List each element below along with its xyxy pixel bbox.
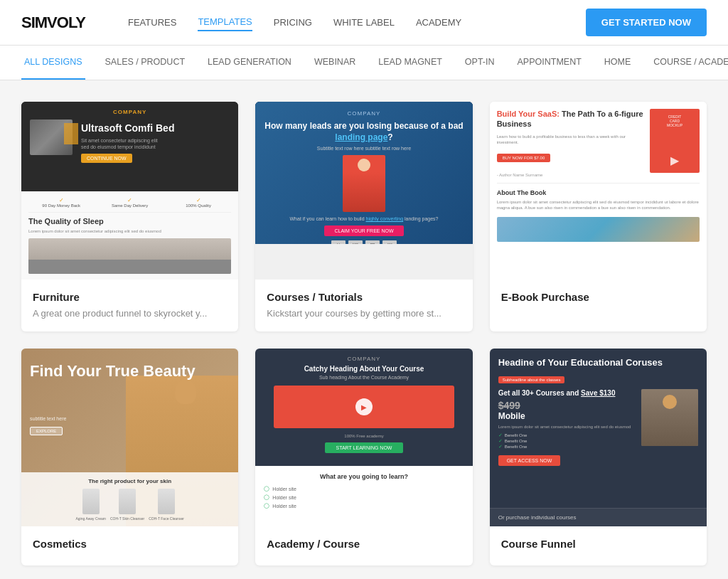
academy-learn-items: Holder site Holder site Holder site bbox=[264, 484, 464, 510]
courses-headline: How many leads are you losing because of… bbox=[264, 121, 464, 143]
cosmetics-product-img-1 bbox=[82, 489, 100, 514]
payment-icon-4: AM bbox=[382, 240, 397, 244]
furniture-feature-2: Same Day Delivery bbox=[97, 197, 162, 208]
courses-payment-icons: V MC PP AM bbox=[264, 240, 464, 244]
card-preview-furniture: COMPANY Ultrasoft Comfi Bed Sit amet con… bbox=[21, 102, 238, 280]
cosmetics-cta-button[interactable]: EXPLORE bbox=[30, 427, 63, 435]
card-courses[interactable]: COMPANY How many leads are you losing be… bbox=[255, 102, 472, 331]
cosmetics-preview-content: Find Your True Beauty subtitle text here… bbox=[21, 349, 238, 526]
card-furniture[interactable]: COMPANY Ultrasoft Comfi Bed Sit amet con… bbox=[21, 102, 238, 331]
furniture-features: 90 Day Money Back Same Day Delivery 100%… bbox=[28, 197, 231, 213]
funnel-new-price: Mobile bbox=[498, 411, 636, 421]
courses-top-section: COMPANY How many leads are you losing be… bbox=[255, 102, 472, 244]
academy-learn-item-1: Holder site bbox=[264, 484, 464, 493]
nav-pricing[interactable]: PRICING bbox=[274, 14, 312, 31]
furniture-product-title: Ultrasoft Comfi Bed bbox=[81, 122, 230, 134]
tab-appointment[interactable]: APPOINTMENT bbox=[515, 46, 584, 80]
card-ebook[interactable]: Build Your SaaS: The Path To a 6-figure … bbox=[490, 102, 707, 331]
payment-icon-1: V bbox=[331, 240, 346, 244]
card-info-cosmetics: Cosmetics bbox=[21, 526, 238, 565]
card-preview-courses: COMPANY How many leads are you losing be… bbox=[255, 102, 472, 280]
ebook-photo-section bbox=[497, 217, 700, 242]
funnel-bottom-section: Or purchase individual courses bbox=[490, 508, 707, 526]
academy-company-label: COMPANY bbox=[264, 356, 464, 362]
nav-templates[interactable]: TEMPLATES bbox=[198, 14, 252, 31]
cosmetics-product-img-3 bbox=[158, 489, 175, 514]
cosmetics-skin-title: The right product for your skin bbox=[28, 478, 231, 484]
card-academy[interactable]: COMPANY Catchy Heading About Your Course… bbox=[255, 349, 472, 565]
card-info-furniture: Furniture A great one product funnel to … bbox=[21, 280, 238, 331]
academy-cta-button[interactable]: START LEARNING NOW bbox=[325, 442, 404, 453]
main-nav: FEATURES TEMPLATES PRICING WHITE LABEL A… bbox=[128, 14, 586, 31]
furniture-company-label: COMPANY bbox=[30, 109, 230, 115]
funnel-preview-content: Headine of Your Educational Coruses Subh… bbox=[490, 349, 707, 526]
card-title-funnel: Course Funnel bbox=[501, 538, 695, 550]
card-desc-furniture: A great one product funnel to skyrocket … bbox=[33, 307, 227, 320]
ebook-divider bbox=[497, 183, 700, 184]
funnel-cta-button[interactable]: GET ACCESS NOW bbox=[498, 455, 561, 466]
furniture-section-title: The Quality of Sleep bbox=[28, 217, 231, 225]
furniture-sleep-desc: Lorem ipsum dolor sit amet consectetur a… bbox=[28, 228, 231, 234]
courses-company-label: COMPANY bbox=[264, 110, 464, 117]
tab-opt-in[interactable]: OPT-IN bbox=[462, 46, 498, 80]
furniture-feature-3: 100% Quality bbox=[166, 197, 231, 208]
funnel-save-text: Get all 30+ Courses and Save $130 bbox=[498, 389, 636, 397]
cosmetics-bottom-section: The right product for your skin Aging Aw… bbox=[21, 472, 238, 526]
funnel-text-area: Get all 30+ Courses and Save $130 $499 M… bbox=[498, 389, 636, 466]
cosmetics-title: Find Your True Beauty bbox=[30, 363, 196, 380]
furniture-bed-image bbox=[28, 238, 231, 274]
card-info-ebook: E-Book Purchase bbox=[490, 280, 707, 319]
courses-bottom-section bbox=[255, 244, 472, 280]
card-preview-cosmetics: Find Your True Beauty subtitle text here… bbox=[21, 349, 238, 526]
funnel-person-image bbox=[641, 389, 698, 446]
academy-free-label: 100% Free academy bbox=[264, 434, 464, 438]
cosmetics-products: Aging Away Cream COH-T Skin Cleanser COH… bbox=[28, 489, 231, 521]
academy-preview-content: COMPANY Catchy Heading About Your Course… bbox=[255, 349, 472, 526]
tab-webinar[interactable]: WEBINAR bbox=[311, 46, 358, 80]
card-funnel[interactable]: Headine of Your Educational Coruses Subh… bbox=[490, 349, 707, 565]
academy-headline: Catchy Heading About Your Course bbox=[264, 365, 464, 373]
academy-video-player[interactable]: ▶ bbox=[274, 386, 454, 428]
cosmetics-product-2: COH-T Skin Cleanser bbox=[110, 489, 144, 521]
tab-lead-magnet[interactable]: LEAD MAGNET bbox=[375, 46, 445, 80]
tab-lead-generation[interactable]: LEAD GENERATION bbox=[205, 46, 294, 80]
ebook-cta-button[interactable]: BUY NOW FOR $7.00 bbox=[497, 154, 551, 162]
card-info-courses: Courses / Tutorials Kickstart your cours… bbox=[255, 280, 472, 331]
header: SIMVOLY FEATURES TEMPLATES PRICING WHITE… bbox=[0, 0, 728, 46]
tab-home[interactable]: HOME bbox=[601, 46, 634, 80]
courses-sub2: What if you can learn how to build highl… bbox=[264, 216, 464, 221]
card-info-funnel: Course Funnel bbox=[490, 526, 707, 565]
funnel-person-silhouette bbox=[641, 389, 698, 446]
card-title-furniture: Furniture bbox=[33, 291, 227, 303]
furniture-cta-button[interactable]: CONTINUE NOW bbox=[81, 154, 132, 163]
nav-white-label[interactable]: WHITE LABEL bbox=[333, 14, 395, 31]
tab-all-designs[interactable]: ALL DESIGNS bbox=[21, 46, 85, 80]
logo[interactable]: SIMVOLY bbox=[21, 14, 85, 32]
academy-sub: Sub heading About the Course Academy bbox=[264, 375, 464, 380]
ebook-about-desc: Lorem ipsum dolor sit amet consectetur a… bbox=[497, 199, 700, 211]
academy-learn-item-2: Holder site bbox=[264, 493, 464, 501]
ebook-cover-image bbox=[650, 109, 700, 173]
card-title-cosmetics: Cosmetics bbox=[33, 538, 227, 550]
get-started-button[interactable]: GET STARTED NOW bbox=[586, 9, 707, 36]
nav-academy[interactable]: ACADEMY bbox=[416, 14, 461, 31]
funnel-desc: Lorem ipsum dolor sit amet consectetur a… bbox=[498, 424, 636, 430]
card-cosmetics[interactable]: Find Your True Beauty subtitle text here… bbox=[21, 349, 238, 565]
cosmetics-product-img-2 bbox=[119, 489, 136, 514]
card-preview-funnel: Headine of Your Educational Coruses Subh… bbox=[490, 349, 707, 526]
academy-top-section: COMPANY Catchy Heading About Your Course… bbox=[255, 349, 472, 466]
cosmetics-product-name-1: Aging Away Cream bbox=[75, 516, 105, 521]
card-info-academy: Academy / Course bbox=[255, 526, 472, 565]
academy-play-button[interactable]: ▶ bbox=[355, 398, 373, 415]
tab-sales-product[interactable]: SALES / PRODUCT bbox=[102, 46, 188, 80]
courses-sub: Subtitle text row here subtitle text row… bbox=[264, 146, 464, 151]
cosmetics-sub: subtitle text here bbox=[30, 416, 66, 421]
courses-cta-button[interactable]: CLAIM YOUR FREE NOW bbox=[324, 225, 403, 236]
nav-features[interactable]: FEATURES bbox=[128, 14, 176, 31]
courses-preview-content: COMPANY How many leads are you losing be… bbox=[255, 102, 472, 280]
ebook-about-title: About The Book bbox=[497, 189, 700, 196]
tab-course-academy[interactable]: COURSE / ACADEMY bbox=[651, 46, 728, 80]
card-title-courses: Courses / Tutorials bbox=[267, 291, 461, 303]
courses-person-image bbox=[343, 155, 385, 212]
funnel-old-price: $499 bbox=[498, 400, 636, 411]
